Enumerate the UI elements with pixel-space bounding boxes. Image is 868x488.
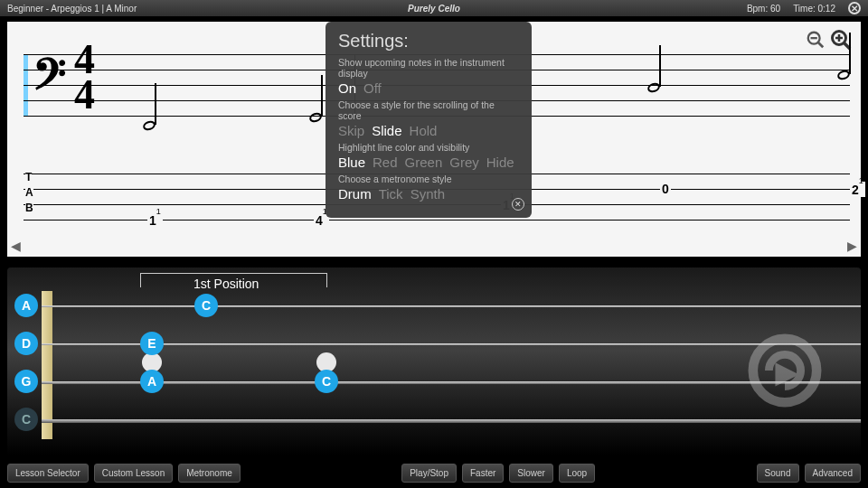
option-green[interactable]: Green [405, 155, 443, 170]
string-g [42, 381, 861, 384]
zoom-out-button[interactable] [805, 29, 826, 51]
position-label: 1st Position [188, 277, 264, 291]
lesson-title: Beginner - Arpeggios 1 | A Minor [7, 4, 137, 14]
settings-title: Settings: [338, 31, 519, 52]
fret-note-a[interactable]: A [140, 370, 164, 393]
bass-clef-icon: 𝄢 [33, 50, 66, 111]
fret-note-c[interactable]: C [315, 370, 338, 393]
open-string-c[interactable]: C [14, 408, 38, 431]
option-grey[interactable]: Grey [449, 155, 479, 170]
option-off[interactable]: Off [363, 80, 382, 96]
option-hide[interactable]: Hide [486, 155, 514, 170]
settings-close-icon[interactable]: ✕ [512, 198, 524, 211]
option-synth[interactable]: Synth [410, 186, 445, 202]
nav-prev-icon[interactable]: ◀ [11, 239, 21, 253]
fretboard: 1st Position ADGC CEAC [7, 267, 861, 455]
setting-metronome-style: DrumTickSynth [338, 186, 519, 202]
option-on[interactable]: On [338, 80, 356, 96]
bpm-label: Bpm: 60 [747, 4, 780, 14]
app-name: Purely Cello [408, 4, 460, 14]
option-slide[interactable]: Slide [372, 123, 401, 138]
string-d [42, 343, 861, 345]
tab-label-b: B [25, 202, 33, 214]
advanced-button[interactable]: Advanced [805, 464, 861, 483]
time-signature: 4 4 [74, 42, 95, 112]
slower-button[interactable]: Slower [509, 464, 553, 483]
open-string-d[interactable]: D [14, 332, 38, 355]
fret-note-c[interactable]: C [194, 294, 218, 317]
option-blue[interactable]: Blue [338, 155, 365, 170]
faster-button[interactable]: Faster [462, 464, 504, 483]
play-stop-button[interactable]: Play/Stop [401, 464, 457, 483]
loop-button[interactable]: Loop [559, 464, 595, 483]
lesson-selector-button[interactable]: Lesson Selector [7, 464, 89, 483]
time-label: Time: 0:12 [793, 4, 835, 14]
option-skip[interactable]: Skip [338, 123, 364, 138]
tab-number: 11 [147, 212, 163, 228]
string-c [42, 419, 861, 423]
tab-label-t: T [25, 171, 32, 183]
play-overlay-icon[interactable] [745, 331, 825, 410]
option-tick[interactable]: Tick [379, 186, 403, 202]
nav-next-icon[interactable]: ▶ [847, 239, 857, 253]
option-hold[interactable]: Hold [410, 123, 438, 138]
setting-scroll-style: SkipSlideHold [338, 123, 519, 138]
metronome-button[interactable]: Metronome [178, 464, 241, 483]
setting-highlight-color: BlueRedGreenGreyHide [338, 155, 519, 170]
sound-button[interactable]: Sound [757, 464, 799, 483]
string-a [42, 305, 861, 307]
custom-lesson-button[interactable]: Custom Lesson [94, 464, 173, 483]
nut [42, 291, 52, 439]
svg-line-1 [818, 42, 824, 48]
bottom-bar: Lesson SelectorCustom LessonMetronome Pl… [7, 464, 861, 483]
open-string-a[interactable]: A [14, 294, 38, 317]
bar-line [864, 54, 865, 116]
tab-number: 0 [660, 182, 671, 196]
setting-upcoming-notes: OnOff [338, 80, 519, 96]
tab-number: 21 [850, 182, 865, 197]
close-icon[interactable]: ✕ [848, 2, 861, 14]
tab-label-a: A [25, 186, 33, 199]
fret-note-e[interactable]: E [140, 332, 164, 355]
option-drum[interactable]: Drum [338, 186, 372, 202]
option-red[interactable]: Red [373, 155, 398, 170]
open-string-g[interactable]: G [14, 370, 38, 393]
top-bar: Beginner - Arpeggios 1 | A Minor Purely … [0, 0, 868, 16]
settings-panel: Settings: Show upcoming notes in the ins… [326, 22, 532, 218]
